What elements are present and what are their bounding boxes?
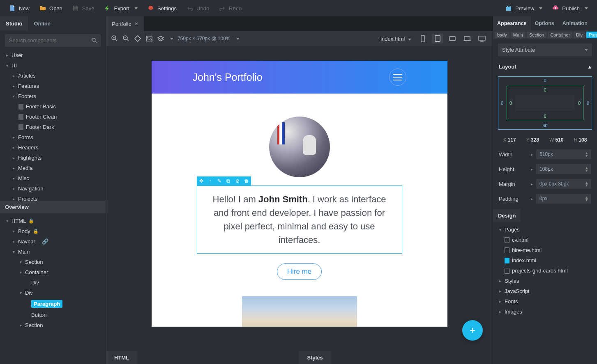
design-tab[interactable]: Design bbox=[493, 209, 521, 222]
tree-ui[interactable]: ▾UI bbox=[0, 60, 106, 71]
device-laptop[interactable] bbox=[461, 34, 473, 43]
bottom-tab-html[interactable]: HTML bbox=[106, 351, 137, 364]
prop-width[interactable]: Width▸ 510px▴▾ bbox=[493, 147, 597, 162]
tree-footer-basic[interactable]: Footer Basic bbox=[0, 101, 106, 112]
paragraph-content[interactable]: Hello! I am John Smith. I work as interf… bbox=[197, 185, 402, 254]
tree-headers[interactable]: ▸Headers bbox=[0, 142, 106, 153]
tree-misc[interactable]: ▸Misc bbox=[0, 173, 106, 183]
layers-icon[interactable] bbox=[157, 35, 164, 42]
crumb-paragraph[interactable]: Paragraph bbox=[586, 32, 597, 38]
tree-forms[interactable]: ▸Forms bbox=[0, 132, 106, 142]
ov-paragraph[interactable]: Paragraph bbox=[0, 298, 106, 310]
search-icon[interactable] bbox=[91, 37, 97, 43]
up-icon[interactable]: ↑ bbox=[206, 176, 215, 185]
prop-margin[interactable]: Margin▸ 0px 0px 30px▴▾ bbox=[493, 176, 597, 191]
ov-main[interactable]: ▾Main bbox=[0, 247, 106, 257]
ov-div1[interactable]: Div bbox=[0, 277, 106, 288]
export-button[interactable]: Export bbox=[100, 2, 142, 14]
new-button[interactable]: New bbox=[5, 2, 34, 14]
tree-user[interactable]: ▸User bbox=[0, 50, 106, 60]
style-attribute-select[interactable]: Style Attribute bbox=[498, 43, 592, 56]
save-button[interactable]: Save bbox=[68, 2, 99, 14]
page-projects[interactable]: projects-grid-cards.html bbox=[493, 266, 597, 276]
tree-features[interactable]: ▸Features bbox=[0, 81, 106, 91]
device-desktop[interactable] bbox=[476, 34, 488, 43]
box-model[interactable]: 0 30 0 0 0 0 0 0 bbox=[498, 76, 592, 130]
tree-footer-dark[interactable]: Footer Dark bbox=[0, 122, 106, 132]
ov-html[interactable]: ▾HTML 🔒 bbox=[0, 216, 106, 226]
canvas-viewport: John's Portfolio ✥ ↑ ✎ ⧉ ⊘ 🗑 bbox=[106, 46, 493, 351]
svg-rect-10 bbox=[135, 36, 141, 41]
prop-padding[interactable]: Padding▸ 0px▴▾ bbox=[493, 191, 597, 206]
copy-icon[interactable]: ⧉ bbox=[224, 176, 233, 185]
page-index[interactable]: index.html bbox=[493, 255, 597, 266]
tree-footers[interactable]: ▾Footers bbox=[0, 91, 106, 101]
close-icon[interactable]: × bbox=[135, 21, 138, 27]
tab-animation[interactable]: Animation bbox=[558, 16, 592, 30]
ov-div2[interactable]: ▾Div bbox=[0, 288, 106, 298]
search-input[interactable] bbox=[5, 34, 101, 47]
ov-section[interactable]: ▾Section bbox=[0, 257, 106, 267]
publish-button[interactable]: Publish bbox=[548, 2, 592, 14]
page-hire[interactable]: hire-me.html bbox=[493, 245, 597, 255]
crumb-section[interactable]: Section bbox=[527, 32, 547, 38]
ov-navbar[interactable]: ▸Navbar 🔗 bbox=[0, 236, 106, 247]
image-icon[interactable] bbox=[145, 35, 153, 42]
design-fonts[interactable]: ▸Fonts bbox=[493, 296, 597, 307]
zoom-out-icon[interactable] bbox=[122, 35, 130, 42]
tree-media[interactable]: ▸Media bbox=[0, 163, 106, 173]
device-phone[interactable] bbox=[417, 34, 429, 43]
page-cv[interactable]: cv.html bbox=[493, 235, 597, 245]
design-js[interactable]: ▸JavaScript bbox=[493, 286, 597, 296]
tree-articles[interactable]: ▸Articles bbox=[0, 71, 106, 81]
ov-section2[interactable]: ▸Section bbox=[0, 320, 106, 330]
section-layout[interactable]: Layout▴ bbox=[493, 60, 597, 73]
tree-projects[interactable]: ▸Projects bbox=[0, 194, 106, 201]
device-tablet[interactable] bbox=[432, 34, 443, 43]
crumb-body[interactable]: body bbox=[495, 32, 509, 38]
preview-button[interactable]: Preview bbox=[501, 2, 546, 14]
settings-button[interactable]: Settings bbox=[143, 2, 181, 14]
fab-add[interactable]: + bbox=[462, 320, 483, 341]
edit-icon[interactable]: ✎ bbox=[215, 176, 224, 185]
tree-highlights[interactable]: ▸Highlights bbox=[0, 153, 106, 163]
selected-element[interactable]: ✥ ↑ ✎ ⧉ ⊘ 🗑 Hello! I am John Smith. I wo… bbox=[197, 185, 402, 254]
open-button[interactable]: Open bbox=[35, 2, 67, 14]
ov-button[interactable]: Button bbox=[0, 310, 106, 320]
ov-container[interactable]: ▾Container bbox=[0, 267, 106, 277]
zoom-in-icon[interactable] bbox=[111, 35, 118, 42]
svg-line-4 bbox=[115, 39, 117, 41]
canvas-frame[interactable]: John's Portfolio ✥ ↑ ✎ ⧉ ⊘ 🗑 bbox=[152, 61, 447, 327]
menu-icon[interactable] bbox=[389, 69, 406, 86]
prop-height[interactable]: Height▸ 108px▴▾ bbox=[493, 162, 597, 176]
device-tablet-l[interactable] bbox=[447, 34, 458, 43]
tree-footer-clean[interactable]: Footer Clean bbox=[0, 112, 106, 122]
rotate-icon[interactable] bbox=[134, 35, 141, 42]
design-pages[interactable]: ▾Pages bbox=[493, 224, 597, 235]
canvas-tab[interactable]: Portfolio × bbox=[106, 16, 144, 31]
file-selector[interactable]: index.html bbox=[380, 36, 411, 42]
tree-navigation[interactable]: ▸Navigation bbox=[0, 183, 106, 194]
crumb-div[interactable]: Div bbox=[574, 32, 585, 38]
undo-button[interactable]: Undo bbox=[182, 2, 213, 14]
bottom-tab-styles[interactable]: Styles bbox=[299, 351, 331, 364]
trash-icon[interactable]: 🗑 bbox=[242, 176, 251, 185]
tab-appearance[interactable]: Appearance bbox=[493, 16, 531, 30]
ov-body[interactable]: ▾Body 🔒 bbox=[0, 226, 106, 236]
crumb-main[interactable]: Main bbox=[511, 32, 526, 38]
hire-button[interactable]: Hire me bbox=[277, 263, 322, 280]
online-tab[interactable]: Online bbox=[28, 16, 56, 31]
avatar bbox=[269, 117, 330, 177]
zoom-label[interactable]: 750px × 670px @ 100% bbox=[177, 36, 231, 41]
studio-tab[interactable]: Studio bbox=[0, 16, 28, 31]
move-icon[interactable]: ✥ bbox=[197, 176, 206, 185]
overview-header[interactable]: Overview bbox=[0, 201, 106, 213]
crumb-container[interactable]: Container bbox=[548, 32, 572, 38]
design-styles[interactable]: ▸Styles bbox=[493, 276, 597, 286]
svg-point-1 bbox=[92, 38, 95, 41]
redo-button[interactable]: Redo bbox=[215, 2, 246, 14]
tab-options[interactable]: Options bbox=[531, 16, 558, 30]
design-images[interactable]: ▸Images bbox=[493, 307, 597, 317]
svg-rect-15 bbox=[449, 37, 455, 41]
hide-icon[interactable]: ⊘ bbox=[233, 176, 242, 185]
